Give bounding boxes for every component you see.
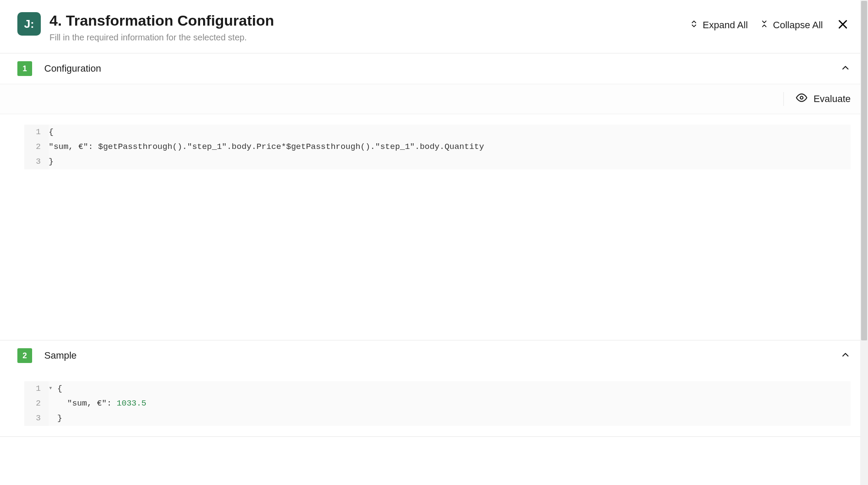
eye-icon bbox=[796, 92, 807, 106]
collapse-all-label: Collapse All bbox=[773, 20, 823, 31]
header-left: J: 4. Transformation Configuration Fill … bbox=[17, 12, 274, 43]
section-header-sample[interactable]: 2 Sample bbox=[0, 340, 868, 371]
code-wrapper: 1 ▾ { 2 "sum, €": 1033.5 3 } bbox=[24, 381, 851, 426]
line-number: 1 bbox=[24, 381, 49, 396]
section-badge: 1 bbox=[17, 61, 32, 76]
code-content: "sum, €": $getPassthrough()."step_1".bod… bbox=[49, 139, 851, 154]
section-header-configuration[interactable]: 1 Configuration bbox=[0, 53, 868, 84]
code-line: 3 } bbox=[24, 154, 851, 169]
code-line: 2 "sum, €": $getPassthrough()."step_1".b… bbox=[24, 139, 851, 154]
fold-gutter bbox=[49, 396, 57, 411]
code-line: 1 ▾ { bbox=[24, 381, 851, 396]
expand-icon bbox=[690, 20, 698, 31]
line-number: 3 bbox=[24, 411, 49, 426]
collapse-all-button[interactable]: Collapse All bbox=[760, 20, 823, 31]
code-content: "sum, €": 1033.5 bbox=[57, 396, 851, 411]
section-title: Configuration bbox=[44, 63, 101, 74]
section-badge: 2 bbox=[17, 348, 32, 363]
fold-gutter bbox=[49, 411, 57, 426]
close-button[interactable] bbox=[835, 16, 851, 33]
code-content: { bbox=[57, 381, 851, 396]
title-block: 4. Transformation Configuration Fill in … bbox=[49, 12, 274, 43]
close-icon bbox=[837, 25, 849, 32]
header-right: Expand All Collapse All bbox=[690, 12, 851, 33]
section-title: Sample bbox=[44, 350, 77, 361]
page-subtitle: Fill in the required information for the… bbox=[49, 33, 274, 43]
section-header-left: 1 Configuration bbox=[17, 61, 101, 76]
evaluate-label: Evaluate bbox=[813, 93, 851, 105]
page-title: 4. Transformation Configuration bbox=[49, 12, 274, 29]
scrollbar[interactable] bbox=[860, 0, 868, 485]
expand-all-label: Expand All bbox=[703, 20, 748, 31]
page-header: J: 4. Transformation Configuration Fill … bbox=[0, 0, 868, 53]
expand-all-button[interactable]: Expand All bbox=[690, 20, 748, 31]
chevron-up-icon bbox=[840, 350, 851, 362]
logo-text: J: bbox=[24, 17, 34, 31]
collapse-icon bbox=[760, 20, 769, 31]
fold-toggle-icon[interactable]: ▾ bbox=[49, 381, 57, 396]
json-number: 1033.5 bbox=[117, 399, 146, 408]
json-key: "sum, €": bbox=[57, 399, 117, 408]
code-content: } bbox=[49, 154, 851, 169]
line-number: 1 bbox=[24, 125, 49, 139]
code-editor-sample[interactable]: 1 ▾ { 2 "sum, €": 1033.5 3 } bbox=[0, 371, 868, 436]
section-sample: 2 Sample 1 ▾ { 2 "sum, €": 1033.5 bbox=[0, 340, 868, 437]
code-content: { bbox=[49, 125, 851, 139]
code-content: } bbox=[57, 411, 851, 426]
code-wrapper: 1 { 2 "sum, €": $getPassthrough()."step_… bbox=[24, 125, 851, 169]
evaluate-button[interactable]: Evaluate bbox=[783, 92, 851, 106]
line-number: 3 bbox=[24, 154, 49, 169]
app-logo-icon: J: bbox=[17, 12, 41, 36]
code-line: 3 } bbox=[24, 411, 851, 426]
svg-point-2 bbox=[800, 96, 803, 99]
code-line: 1 { bbox=[24, 125, 851, 139]
section-header-left: 2 Sample bbox=[17, 348, 77, 363]
section-configuration: 1 Configuration Evaluate 1 { bbox=[0, 53, 868, 340]
code-editor-configuration[interactable]: 1 { 2 "sum, €": $getPassthrough()."step_… bbox=[0, 114, 868, 340]
scrollbar-thumb[interactable] bbox=[861, 1, 867, 340]
chevron-up-icon bbox=[840, 63, 851, 75]
line-number: 2 bbox=[24, 139, 49, 154]
section-toolbar: Evaluate bbox=[0, 84, 868, 114]
line-number: 2 bbox=[24, 396, 49, 411]
code-line: 2 "sum, €": 1033.5 bbox=[24, 396, 851, 411]
